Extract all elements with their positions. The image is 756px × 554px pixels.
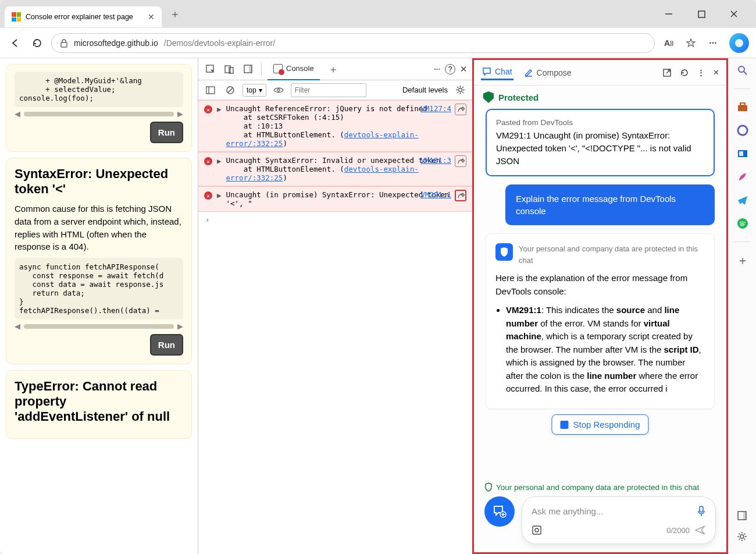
expand-icon[interactable]: ▶ [217, 157, 222, 182]
refresh-icon[interactable] [29, 35, 45, 51]
clear-console-icon[interactable] [223, 83, 238, 98]
new-topic-button[interactable] [484, 496, 515, 527]
more-icon[interactable]: ··· [705, 35, 721, 51]
content-area: + @Model.MyGuid+'&lang + selectedValue; … [0, 58, 756, 554]
source-link[interactable]: VM127:4 [420, 104, 451, 113]
svg-rect-19 [700, 506, 703, 512]
svg-rect-27 [739, 151, 743, 156]
stop-responding-button[interactable]: Stop Responding [551, 414, 648, 435]
explain-with-ai-icon[interactable] [455, 104, 466, 115]
read-aloud-icon[interactable]: A)) [661, 35, 677, 51]
outlook-icon[interactable] [736, 147, 749, 160]
console-tab[interactable]: Console [268, 58, 320, 80]
console-error[interactable]: ✕▶Uncaught (in promise) SyntaxError: Une… [198, 186, 472, 212]
context-selector[interactable]: top▾ [243, 84, 266, 97]
copilot-button[interactable] [729, 33, 749, 53]
spotify-icon[interactable] [736, 217, 749, 230]
telegram-icon[interactable] [736, 194, 749, 207]
favorite-icon[interactable] [683, 35, 699, 51]
maximize-icon[interactable] [691, 5, 712, 23]
minimize-icon[interactable] [658, 5, 679, 23]
input-placeholder: Ask me anything... [532, 506, 692, 516]
stop-icon [560, 421, 568, 429]
expand-icon[interactable]: ▶ [217, 191, 222, 208]
svg-line-23 [744, 72, 747, 74]
close-window-icon[interactable] [723, 5, 744, 23]
run-button[interactable]: Run [150, 334, 183, 356]
svg-point-5 [735, 39, 743, 47]
chat-input[interactable]: Ask me anything... 0/2000 [522, 496, 716, 544]
m365-icon[interactable] [736, 124, 749, 137]
ai-intro: Here is the explanation of the error mes… [495, 272, 705, 298]
device-toggle-icon[interactable] [222, 62, 237, 77]
inspect-icon[interactable] [203, 62, 218, 77]
compose-tab[interactable]: Compose [523, 66, 573, 80]
browser-tab[interactable]: Console error explainer test page ✕ [5, 6, 162, 27]
close-tab-icon[interactable]: ✕ [148, 12, 155, 22]
back-icon[interactable] [7, 35, 23, 51]
briefcase-icon[interactable] [736, 101, 749, 113]
more-icon[interactable]: ··· [434, 65, 440, 73]
add-sidebar-icon[interactable]: ＋ [736, 254, 749, 267]
add-tab-icon[interactable]: ＋ [323, 62, 343, 76]
dock-icon[interactable] [240, 62, 255, 77]
code-card-top: + @Model.MyGuid+'&lang + selectedValue; … [6, 64, 192, 152]
svg-line-14 [228, 88, 233, 93]
send-icon[interactable] [694, 524, 706, 536]
console-error[interactable]: ✕▶Uncaught SyntaxError: Invalid or unexp… [198, 152, 472, 186]
source-link[interactable]: VM291:1 [420, 190, 451, 199]
explain-with-ai-icon[interactable] [455, 190, 466, 201]
search-icon[interactable] [736, 64, 749, 77]
console-filterbar: top▾ Default levels [198, 80, 472, 100]
close-copilot-icon[interactable]: ✕ [713, 68, 719, 77]
close-devtools-icon[interactable]: ✕ [460, 64, 468, 74]
console-messages: ✕▶Uncaught ReferenceError: jQuery is not… [198, 100, 472, 554]
svg-rect-25 [740, 103, 745, 105]
chat-tab[interactable]: Chat [481, 65, 513, 80]
protected-footer: Your personal and company data are prote… [474, 478, 726, 496]
console-prompt[interactable]: › [198, 212, 472, 228]
image-search-icon[interactable] [532, 525, 542, 535]
explain-with-ai-icon[interactable] [455, 155, 466, 167]
settings-icon[interactable] [452, 83, 468, 98]
new-tab-button[interactable]: ＋ [166, 5, 184, 23]
sidebar-toggle-icon[interactable] [203, 83, 218, 98]
char-count: 0/2000 [666, 526, 690, 535]
designer-icon[interactable] [736, 171, 749, 183]
console-error[interactable]: ✕▶Uncaught ReferenceError: jQuery is not… [198, 100, 472, 152]
favicon-microsoft [12, 12, 21, 22]
edge-sidebar: ＋ [728, 58, 756, 554]
devtools-tabbar: Console ＋ ··· ? ✕ [198, 58, 472, 80]
lock-icon [60, 38, 68, 48]
default-levels[interactable]: Default levels [402, 86, 448, 94]
shield-icon [483, 91, 494, 103]
syntax-error-card: SyntaxError: Unexpected token '<' Common… [6, 158, 192, 364]
source-link[interactable]: VM161:3 [420, 156, 451, 165]
tab-title: Console error explainer test page [26, 13, 143, 21]
filter-input[interactable] [291, 83, 366, 97]
error-icon: ✕ [204, 157, 212, 165]
compose-icon [524, 68, 533, 77]
open-external-icon[interactable] [662, 68, 672, 77]
more-icon[interactable]: ⋮ [697, 68, 705, 77]
svg-point-22 [739, 66, 744, 72]
code-snippet: async function fetchAPIResponse( const r… [15, 258, 183, 319]
svg-point-15 [277, 89, 280, 91]
pasted-text: VM291:1 Uncaught (in promise) SyntaxErro… [496, 129, 704, 167]
devtools-panel: Console ＋ ··· ? ✕ top▾ Default levels ✕▶… [198, 58, 472, 554]
refresh-icon[interactable] [680, 68, 689, 77]
address-bar[interactable]: microsoftedge.github.io/Demos/devtools-e… [51, 33, 655, 53]
svg-point-16 [458, 88, 462, 92]
user-message: Explain the error message from DevTools … [505, 184, 715, 225]
console-icon [273, 64, 283, 73]
svg-rect-1 [698, 11, 705, 17]
microphone-icon[interactable] [697, 505, 706, 517]
live-expression-icon[interactable] [271, 83, 286, 98]
copilot-toolbar-right: ⋮ ✕ [662, 68, 719, 77]
sidebar-collapse-icon[interactable] [729, 505, 755, 526]
help-icon[interactable]: ? [445, 64, 455, 74]
expand-icon[interactable]: ▶ [217, 105, 222, 148]
settings-icon[interactable] [729, 526, 755, 547]
browser-toolbar: microsoftedge.github.io/Demos/devtools-e… [0, 28, 756, 58]
run-button[interactable]: Run [150, 122, 183, 143]
